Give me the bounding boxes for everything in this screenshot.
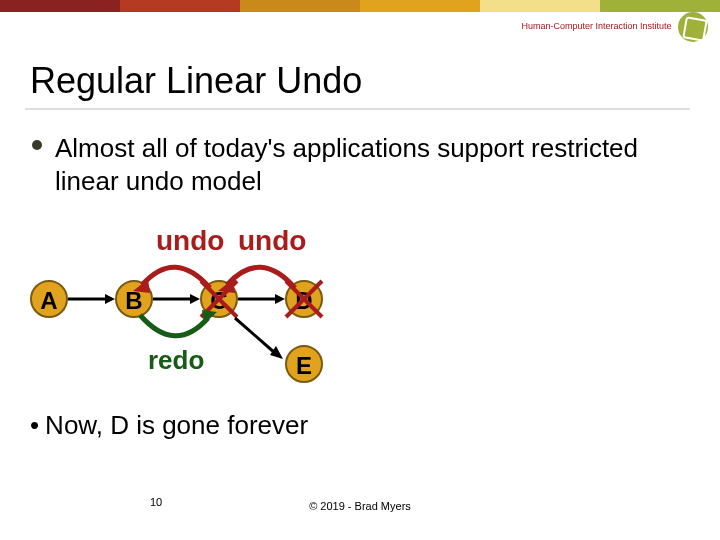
title-rule — [25, 108, 690, 110]
undo-arc-cb-icon — [130, 253, 220, 293]
bar-seg-2 — [120, 0, 240, 12]
bullet-dot-icon — [32, 140, 42, 150]
institute-block: Human-Computer Interaction Institute — [521, 12, 708, 42]
slide: Human-Computer Interaction Institute Reg… — [0, 0, 720, 540]
arrow-a-b-icon — [68, 291, 115, 307]
svg-line-13 — [235, 318, 275, 353]
top-color-bar: Human-Computer Interaction Institute — [0, 0, 720, 40]
bullet-main: Almost all of today's applications suppo… — [55, 132, 690, 197]
svg-marker-9 — [275, 294, 285, 304]
undo-diagram: undo undo redo A B C D E — [30, 225, 380, 415]
slide-title: Regular Linear Undo — [30, 60, 362, 102]
arrow-c-e-icon — [230, 313, 290, 363]
node-e: E — [285, 345, 323, 383]
node-a: A — [30, 280, 68, 318]
copyright: © 2019 - Brad Myers — [0, 500, 720, 512]
bar-seg-3 — [240, 0, 360, 12]
arrow-c-d-icon — [238, 291, 285, 307]
svg-marker-5 — [105, 294, 115, 304]
svg-marker-7 — [190, 294, 200, 304]
redo-arc-bc-icon — [130, 310, 220, 350]
hcii-logo-icon — [678, 12, 708, 42]
svg-marker-10 — [218, 279, 235, 293]
bar-seg-4 — [360, 0, 480, 12]
bar-seg-6 — [600, 0, 720, 12]
svg-marker-14 — [270, 346, 283, 359]
undo-arc-dc-icon — [215, 253, 305, 293]
institute-label: Human-Computer Interaction Institute — [521, 21, 671, 31]
bullet-second-text: Now, D is gone forever — [45, 410, 308, 440]
bullet2-dot-icon: • — [30, 410, 39, 440]
arrow-b-c-icon — [153, 291, 200, 307]
svg-marker-12 — [202, 310, 217, 324]
bullet-second: •Now, D is gone forever — [30, 410, 308, 441]
svg-marker-11 — [133, 279, 150, 293]
bar-seg-5 — [480, 0, 600, 12]
bar-seg-1 — [0, 0, 120, 12]
